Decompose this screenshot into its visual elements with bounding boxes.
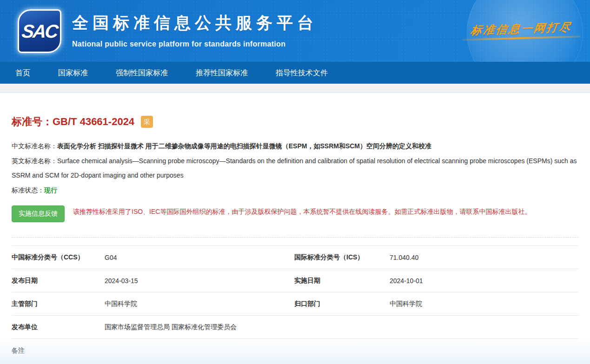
remarks-label: 备注	[12, 347, 105, 355]
status-badge: 现行	[44, 186, 57, 194]
issuing-unit-label: 发布单位	[12, 323, 105, 331]
competent-dept-value: 中国科学院	[105, 300, 294, 308]
cn-name-value: 表面化学分析 扫描探针显微术 用于二维掺杂物成像等用途的电扫描探针显微镜（ESP…	[57, 142, 431, 150]
copyright-notice-block: 实施信息反馈 该推荐性标准采用了ISO、IEC等国际国外组织的标准，由于涉及版权…	[12, 205, 578, 224]
dotted-divider	[12, 237, 578, 238]
standard-number: GB/T 43661-2024	[53, 116, 134, 128]
competent-dept-label: 主管部门	[12, 300, 105, 308]
en-name-value: Surface chemical analysis—Scanning probe…	[12, 157, 577, 179]
centralized-dept-value: 中国科学院	[390, 300, 578, 308]
standard-number-label: 标准号：	[12, 115, 53, 129]
cn-name-row: 中文标准名称：表面化学分析 扫描探针显微术 用于二维掺杂物成像等用途的电扫描探针…	[12, 139, 578, 154]
implementation-feedback-button[interactable]: 实施信息反馈	[12, 205, 65, 222]
ics-label: 国际标准分类号（ICS）	[294, 253, 390, 262]
en-name-row: 英文标准名称：Surface chemical analysis—Scannin…	[12, 154, 578, 183]
sac-logo[interactable]: SAC	[18, 9, 61, 53]
nav-item-recommended-standards[interactable]: 推荐性国家标准	[182, 62, 262, 84]
table-row: 主管部门 中国科学院 归口部门 中国科学院	[12, 292, 578, 316]
ccs-value: G04	[105, 254, 294, 261]
nav-item-national-standards[interactable]: 国家标准	[44, 62, 102, 84]
site-titles: 全国标准信息公共服务平台 National public service pla…	[72, 12, 318, 48]
publish-date-label: 发布日期	[12, 277, 105, 285]
table-row: 备注	[12, 339, 578, 364]
cn-name-label: 中文标准名称：	[12, 142, 57, 150]
implement-date-label: 实施日期	[294, 277, 390, 285]
standard-detail-page: 标准号：GB/T 43661-2024 采 中文标准名称：表面化学分析 扫描探针…	[0, 115, 590, 364]
site-subtitle: National public service platform for sta…	[72, 40, 318, 48]
table-row: 发布日期 2024-03-15 实施日期 2024-10-01	[12, 269, 578, 292]
ics-value: 71.040.40	[390, 254, 578, 261]
issuing-unit-value: 国家市场监督管理总局 国家标准化管理委员会	[105, 323, 578, 331]
site-title: 全国标准信息公共服务平台	[72, 12, 318, 34]
en-name-label: 英文标准名称：	[12, 157, 57, 165]
details-table: 中国标准分类号（CCS） G04 国际标准分类号（ICS） 71.040.40 …	[12, 245, 578, 364]
nav-item-mandatory-standards[interactable]: 强制性国家标准	[102, 62, 182, 84]
status-row: 标准状态：现行	[12, 183, 578, 198]
publish-date-value: 2024-03-15	[105, 277, 294, 285]
site-header: SAC 全国标准信息公共服务平台 National public service…	[0, 0, 590, 62]
sub-strip	[0, 84, 590, 93]
table-row: 中国标准分类号（CCS） G04 国际标准分类号（ICS） 71.040.40	[12, 246, 578, 269]
standard-number-heading: 标准号：GB/T 43661-2024 采	[12, 115, 578, 129]
main-nav: 首页 国家标准 强制性国家标准 推荐性国家标准 指导性技术文件	[0, 62, 590, 84]
ccs-label: 中国标准分类号（CCS）	[12, 253, 105, 262]
adopted-badge: 采	[141, 116, 153, 128]
table-row: 发布单位 国家市场监督管理总局 国家标准化管理委员会	[12, 316, 578, 339]
nav-item-guiding-documents[interactable]: 指导性技术文件	[262, 62, 342, 84]
standard-meta: 中文标准名称：表面化学分析 扫描探针显微术 用于二维掺杂物成像等用途的电扫描探针…	[12, 139, 578, 198]
centralized-dept-label: 归口部门	[294, 300, 390, 308]
status-label: 标准状态：	[12, 186, 44, 194]
copyright-notice-text: 该推荐性标准采用了ISO、IEC等国际国外组织的标准，由于涉及版权保护问题，本系…	[73, 208, 531, 215]
nav-item-home[interactable]: 首页	[1, 62, 44, 84]
implement-date-value: 2024-10-01	[390, 277, 578, 285]
sac-logo-text: SAC	[21, 21, 58, 42]
